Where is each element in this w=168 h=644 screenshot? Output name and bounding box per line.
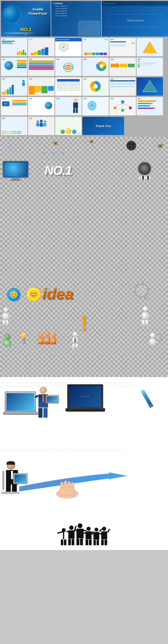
slide-5-3[interactable]: TEXT (55, 97, 82, 115)
slide-5-1[interactable]: TEXT What? (1, 97, 27, 115)
slide-3-3[interactable]: TEXT (55, 58, 82, 76)
contents-slide[interactable]: Contents Click to add text Click to add … (51, 1, 101, 36)
slide-5-4[interactable]: TEXT (82, 97, 109, 115)
checker-section-1: a b c 🦋 🦋 🦋 NO.1 (0, 137, 168, 281)
slide-6-2[interactable]: TEXT (28, 117, 54, 135)
featured-title: Asadal PowerPoint (28, 7, 47, 16)
thank-you-text: Thank You (95, 124, 111, 128)
figure-left-1 (2, 307, 9, 325)
slide-2-2[interactable]: TEXT (28, 38, 54, 56)
slide-2-6[interactable] (137, 38, 163, 56)
slide-2-3[interactable]: A Possible Change Data (55, 38, 82, 56)
slide-text-label: TEXT (29, 118, 33, 120)
flowchart (56, 78, 81, 96)
globe-hand (44, 100, 53, 112)
row-6: TEXT TEXT (1, 117, 124, 135)
slide-3-2[interactable]: TEXT (28, 58, 54, 76)
slide-3-6[interactable]: TEXT (137, 58, 163, 76)
inner-triangle (145, 44, 155, 52)
smiley-2: 😊 (26, 287, 41, 301)
hex-decoration (59, 42, 68, 52)
slide-text-label: TEXT (110, 58, 114, 60)
text-label-2: TEXT (104, 39, 108, 40)
slide-2-1[interactable]: TEXT (1, 38, 27, 56)
svg-point-23 (91, 105, 93, 106)
butterfly-2: 🦋 (89, 139, 94, 144)
slide-text-label: TEXT (2, 58, 6, 60)
rings-decoration (2, 131, 21, 134)
silhouette-3 (77, 523, 84, 545)
bars-decoration (17, 50, 26, 55)
hand-hold (53, 477, 82, 500)
thank-you-slide[interactable]: Thank You Logo (82, 117, 124, 135)
slide-2-5[interactable]: TEXT TEXT (109, 38, 136, 56)
slide-text-label: TEXT (56, 98, 60, 100)
network-diagram (110, 100, 135, 114)
ring-decoration (4, 32, 33, 34)
featured-slide[interactable]: VN DESIGN VN DESIGN VN DESIGN VN DESIGN … (1, 1, 51, 36)
slide-4-2[interactable]: TEXT A B (28, 78, 54, 96)
segments: A B (29, 86, 54, 94)
silhouette-1 (61, 528, 66, 545)
svg-rect-15 (57, 85, 68, 88)
pie-decoration (96, 60, 108, 73)
contents-item-1: Click to add text (53, 5, 67, 7)
slide-text-label: TEXT (56, 58, 60, 60)
slide-4-3[interactable] (55, 78, 82, 96)
text-boxes-right (17, 60, 27, 68)
svg-marker-8 (117, 62, 120, 68)
slide-4-5[interactable]: TEXT (109, 78, 136, 96)
slide-text-label: TEXT (29, 39, 33, 40)
svg-point-39 (134, 145, 135, 146)
orange-team-figure (38, 331, 56, 344)
slide-5-5[interactable]: TEXT (109, 97, 136, 115)
dots-decoration (43, 152, 64, 154)
tool-pen (141, 390, 153, 408)
slide-6-1[interactable]: TEXT (1, 117, 27, 135)
slide-header: A Possible Change Data (55, 38, 82, 41)
slide-3-5[interactable]: TEXT (109, 58, 136, 76)
slide-5-6[interactable]: TEXT (137, 97, 163, 115)
slide-3-4[interactable]: TEXT (82, 58, 109, 76)
watermark: VN DESIGN VN DESIGN VN DESIGN VN DESIGN (1, 2, 51, 4)
stairs-decoration (30, 47, 48, 55)
click-add-slide[interactable]: DE Click to add text Click to add text › (102, 1, 168, 36)
cycle-decoration (61, 61, 76, 74)
svg-rect-9 (120, 64, 126, 67)
arrows-decoration (138, 100, 162, 109)
click-to-add-label[interactable]: Click to add text (109, 14, 162, 27)
svg-line-31 (115, 108, 123, 110)
svg-marker-10 (126, 62, 128, 68)
slide-3-1[interactable]: TEXT (1, 58, 27, 76)
film-reel (126, 140, 137, 152)
slide-4-6[interactable] (137, 78, 163, 96)
slide-5-2[interactable]: TEXT (28, 97, 54, 115)
slide-2-4[interactable]: TEXT TEXT (82, 38, 109, 56)
svg-rect-12 (57, 79, 80, 82)
slide-text-label: TEXT (83, 39, 87, 40)
grow-chart (2, 85, 14, 94)
svg-point-4 (65, 65, 71, 70)
text-label-2: TEXT (131, 42, 135, 44)
contents-item-3: Click to add text (53, 10, 67, 12)
slide-4-1[interactable]: TEXT (1, 78, 27, 96)
biz-person-laptop (38, 387, 48, 418)
monitor (2, 161, 29, 180)
slide-header-text: A Possible Change Data (56, 39, 70, 40)
svg-point-35 (130, 144, 133, 147)
idea-label: idea (78, 133, 81, 134)
list-decoration (29, 60, 54, 70)
green-blob-figure (3, 334, 11, 346)
butterfly-3: 🦋 (157, 143, 163, 148)
row-5: TEXT What? TEXT (1, 97, 163, 115)
slide-6-3[interactable]: idea (55, 117, 82, 135)
svg-rect-7 (111, 64, 117, 67)
silhouette-6 (101, 527, 107, 545)
watermark-mid: DESIGN DESIGN DESIGN DESIGN DESIGN DESIG… (0, 449, 168, 452)
top-row: VN DESIGN VN DESIGN VN DESIGN VN DESIGN … (1, 1, 168, 36)
hbars-decoration (138, 61, 162, 67)
figure-right-1 (142, 306, 149, 325)
map-decoration (84, 100, 100, 114)
slide-4-4[interactable]: TEXT (82, 78, 109, 96)
slide-text-label: TEXT (137, 98, 141, 100)
